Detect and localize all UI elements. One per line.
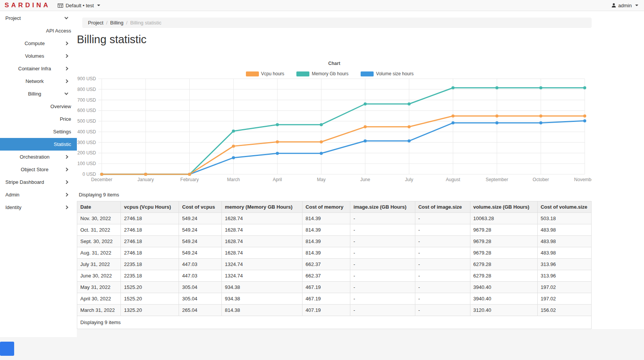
sidebar-item-price[interactable]: Price (0, 113, 77, 125)
table-cell: 934.38 (221, 293, 302, 305)
table-cell: 814.39 (302, 224, 350, 236)
svg-text:900 USD: 900 USD (77, 76, 96, 81)
table-cell: 1628.74 (221, 247, 302, 259)
table-cell: 814.39 (302, 236, 350, 247)
items-count-top: Displaying 9 items (79, 192, 592, 198)
table-row: June 30, 20222235.18447.031324.74662.37-… (77, 270, 592, 282)
table-cell: - (415, 247, 470, 259)
sidebar-item-orchestration[interactable]: Orchestration (0, 151, 77, 163)
table-cell: 549.24 (179, 213, 222, 224)
svg-text:July: July (405, 177, 413, 182)
table-cell: 1525.20 (121, 293, 179, 305)
table-row: Aug. 31, 20222746.18549.241628.74814.39-… (77, 247, 592, 259)
legend-item-memory-gb-hours[interactable]: Memory Gb hours (296, 71, 358, 76)
table-cell: 3120.40 (470, 305, 537, 316)
sidebar-item-billing[interactable]: Billing (0, 88, 77, 100)
table-row: Sept. 30, 20222746.18549.241628.74814.39… (77, 236, 592, 247)
sidebar-item-compute[interactable]: Compute (0, 37, 77, 50)
svg-text:800 USD: 800 USD (77, 87, 96, 92)
chart-legend: Vcpu hoursMemory Gb hoursVolume size hou… (77, 71, 592, 76)
table-header-cell: Cost of vcpus (179, 201, 222, 213)
table-cell: 9679.28 (470, 224, 537, 236)
sidebar-item-admin[interactable]: Admin (0, 188, 77, 201)
sidebar-item-label: Volumes (25, 53, 44, 59)
table-cell: 1324.74 (221, 259, 302, 270)
caret-down-icon (97, 5, 100, 6)
sidebar-item-statistic[interactable]: Statistic (0, 138, 77, 151)
table-row: Nov. 30, 20222746.18549.241628.74814.39-… (77, 213, 592, 224)
project-context-switcher[interactable]: Default • test (58, 3, 100, 8)
user-label: admin (618, 3, 632, 8)
user-menu[interactable]: admin (611, 3, 638, 8)
table-header-cell: Cost of volume.size (537, 201, 591, 213)
svg-text:0 USD: 0 USD (83, 172, 96, 177)
table-cell: 1628.74 (221, 224, 302, 236)
legend-swatch (361, 71, 374, 76)
sidebar-item-label: Settings (53, 129, 71, 135)
svg-text:400 USD: 400 USD (77, 129, 96, 135)
sidebar-item-api-access[interactable]: API Access (0, 24, 77, 37)
breadcrumb-separator: / (124, 20, 130, 26)
sidebar-item-container-infra[interactable]: Container Infra (0, 62, 77, 75)
table-cell: - (350, 282, 415, 293)
breadcrumb-link-project[interactable]: Project (88, 20, 103, 26)
billing-chart: 0 USD100 USD200 USD300 USD400 USD500 USD… (77, 76, 592, 186)
sidebar-item-identity[interactable]: Identity (0, 201, 77, 214)
breadcrumb: Project/Billing/Billing statistic (82, 18, 592, 28)
sidebar-item-settings[interactable]: Settings (0, 125, 77, 138)
legend-item-vcpu-hours[interactable]: Vcpu hours (246, 71, 294, 76)
sidebar-item-label: Identity (5, 204, 21, 210)
svg-text:November: November (574, 177, 592, 182)
table-cell: 1325.20 (121, 305, 179, 316)
table-cell: Nov. 30, 2022 (77, 213, 121, 224)
table-cell: 1324.74 (221, 270, 302, 282)
svg-text:200 USD: 200 USD (77, 150, 96, 156)
table-cell: 2746.18 (121, 224, 179, 236)
sidebar-item-stripe-dashboard[interactable]: Stripe Dashboard (0, 176, 77, 188)
table-cell: - (350, 213, 415, 224)
table-cell: 6279.28 (470, 259, 537, 270)
legend-swatch (296, 71, 309, 76)
sidebar-item-object-store[interactable]: Object Store (0, 163, 77, 176)
brand-logo[interactable]: SARDINA (5, 2, 50, 9)
table-cell: 814.39 (302, 247, 350, 259)
sidebar-item-label: Object Store (21, 167, 48, 172)
table-cell: - (350, 236, 415, 247)
chevron-right-icon (65, 155, 68, 159)
svg-text:December: December (91, 177, 112, 182)
main-content: Project/Billing/Billing statistic Billin… (77, 11, 592, 329)
sidebar: ProjectAPI AccessComputeVolumesContainer… (0, 11, 77, 337)
table-header-row: Datevcpus (Vcpu Hours)Cost of vcpusmemor… (77, 201, 592, 213)
sidebar-item-network[interactable]: Network (0, 75, 77, 88)
chevron-down-icon (65, 91, 68, 95)
sidebar-item-project[interactable]: Project (0, 12, 77, 24)
table-header-cell: Cost of memory (302, 201, 350, 213)
table-cell: May 31, 2022 (77, 282, 121, 293)
breadcrumb-link-billing[interactable]: Billing (110, 20, 124, 26)
chevron-right-icon (65, 42, 68, 45)
svg-text:May: May (317, 177, 326, 182)
table-cell: 483.98 (537, 224, 591, 236)
page-footer (0, 329, 644, 360)
sidebar-item-volumes[interactable]: Volumes (0, 50, 77, 62)
page-title: Billing statistic (77, 33, 592, 46)
table-header-cell: memory (Memory GB Hours) (221, 201, 302, 213)
legend-item-volume-size-hours[interactable]: Volume size hours (361, 71, 423, 76)
table-cell: 549.24 (179, 236, 222, 247)
table-cell: 2746.18 (121, 213, 179, 224)
chat-widget-button[interactable] (0, 342, 14, 356)
sidebar-item-label: Compute (24, 41, 45, 46)
chevron-right-icon (65, 168, 68, 172)
legend-label: Memory Gb hours (312, 71, 348, 76)
table-row: July 31, 20222235.18447.031324.74662.37-… (77, 259, 592, 270)
table-cell: - (415, 213, 470, 224)
sidebar-item-label: Billing (28, 91, 41, 97)
table-row: Oct. 31, 20222746.18549.241628.74814.39-… (77, 224, 592, 236)
table-cell: 1628.74 (221, 236, 302, 247)
table-header-cell: volume.size (GB Hours) (470, 201, 537, 213)
table-cell: - (415, 259, 470, 270)
sidebar-item-overview[interactable]: Overview (0, 100, 77, 113)
table-cell: 467.19 (302, 282, 350, 293)
table-cell: March 31, 2022 (77, 305, 121, 316)
table-cell: 265.04 (179, 305, 222, 316)
